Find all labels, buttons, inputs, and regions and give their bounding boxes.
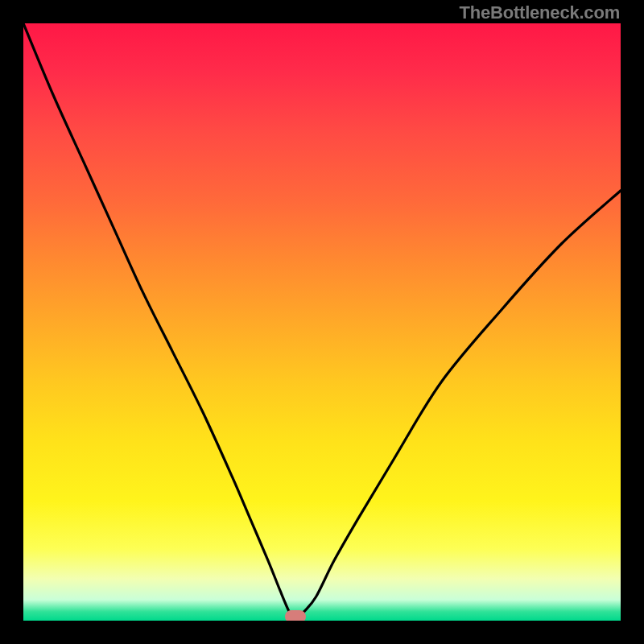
bottleneck-curve bbox=[23, 23, 621, 621]
watermark-text: TheBottleneck.com bbox=[459, 2, 620, 23]
plot-area bbox=[23, 23, 621, 621]
chart-frame: TheBottleneck.com bbox=[0, 0, 644, 644]
optimal-marker bbox=[285, 610, 306, 621]
